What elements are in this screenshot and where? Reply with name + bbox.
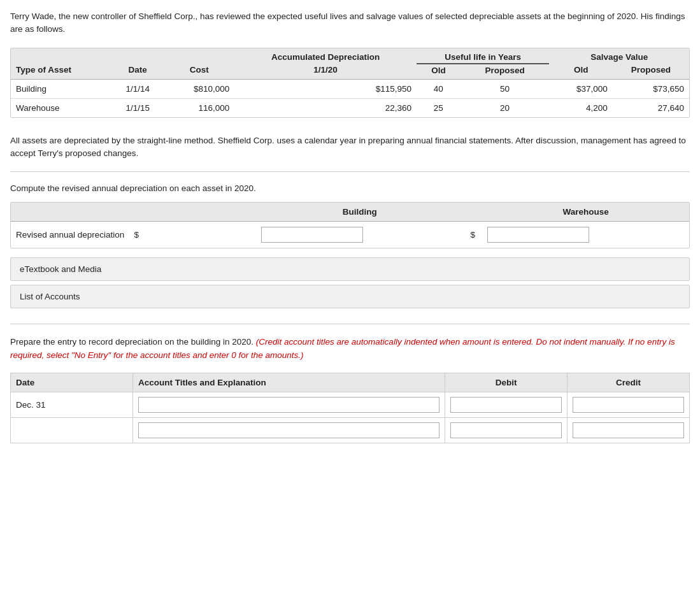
asset-cost: 116,000: [164, 98, 234, 117]
asset-table-wrapper: Accumulated Depreciation Useful life in …: [10, 48, 690, 118]
journal-account-cell: [132, 417, 445, 443]
acquired-subheader: Date: [111, 64, 164, 80]
compute-warehouse-dollar: $: [463, 222, 482, 248]
asset-cost: $810,000: [164, 79, 234, 98]
journal-account-header: Account Titles and Explanation: [132, 373, 445, 392]
compute-building-cell: [256, 222, 463, 248]
asset-table: Accumulated Depreciation Useful life in …: [11, 48, 689, 117]
journal-debit-cell: [445, 392, 568, 417]
asset-acc-dep: $115,950: [234, 79, 417, 98]
asset-sv-old: $37,000: [549, 79, 612, 98]
journal-credit-input-1[interactable]: [573, 422, 684, 438]
journal-debit-header: Debit: [445, 373, 568, 392]
asset-ul-old: 25: [417, 98, 461, 117]
cost-subheader: Cost: [164, 64, 234, 80]
journal-row: Dec. 31: [11, 392, 690, 417]
asset-sv-old: 4,200: [549, 98, 612, 117]
compute-label: Compute the revised annual depreciation …: [10, 183, 690, 193]
asset-ul-proposed: 50: [461, 79, 550, 98]
journal-credit-cell: [568, 417, 690, 443]
journal-account-input-1[interactable]: [138, 422, 439, 438]
compute-row-label: Revised annual depreciation $: [11, 222, 256, 248]
compute-table: Building Warehouse Revised annual deprec…: [11, 203, 689, 248]
journal-date-header: Date: [11, 373, 133, 392]
proposed-ul-subheader: Proposed: [461, 64, 550, 80]
old-ul-subheader: Old: [417, 64, 461, 80]
journal-account-cell: [132, 392, 445, 417]
asset-acc-dep: 22,360: [234, 98, 417, 117]
journal-credit-cell: [568, 392, 690, 417]
compute-warehouse-input[interactable]: [487, 227, 589, 243]
etextbook-button[interactable]: eTextbook and Media: [10, 257, 690, 281]
compute-empty-th: [11, 203, 256, 222]
asset-table-row: Building 1/1/14 $810,000 $115,950 40 50 …: [11, 79, 689, 98]
asset-type: Building: [11, 79, 111, 98]
asset-table-row: Warehouse 1/1/15 116,000 22,360 25 20 4,…: [11, 98, 689, 117]
asset-ul-proposed: 20: [461, 98, 550, 117]
compute-warehouse-cell: [482, 222, 689, 248]
compute-dollar-th: [463, 203, 482, 222]
journal-date-cell: Dec. 31: [11, 392, 133, 417]
compute-warehouse-header: Warehouse: [482, 203, 689, 222]
asset-sv-proposed: 27,640: [613, 98, 689, 117]
useful-life-header: Useful life in Years: [417, 48, 549, 64]
prepare-text: Prepare the entry to record depreciation…: [10, 336, 690, 362]
compute-table-wrapper: Building Warehouse Revised annual deprec…: [10, 202, 690, 248]
journal-date-cell: [11, 417, 133, 443]
journal-debit-input-1[interactable]: [450, 422, 562, 438]
compute-building-input[interactable]: [261, 227, 363, 243]
type-of-asset-subheader: Type of Asset: [11, 64, 111, 80]
intro-text: Terry Wade, the new controller of Sheffi…: [10, 10, 690, 36]
asset-sv-proposed: $73,650: [613, 79, 689, 98]
journal-account-input-0[interactable]: [138, 397, 439, 413]
acc-dep-date-subheader: 1/1/20: [234, 64, 417, 80]
list-accounts-button[interactable]: List of Accounts: [10, 285, 690, 308]
compute-dollar-prefix: $: [134, 230, 139, 240]
asset-type: Warehouse: [11, 98, 111, 117]
asset-acquired: 1/1/15: [111, 98, 164, 117]
spacer-th: [11, 48, 234, 64]
accumulated-depreciation-header: Accumulated Depreciation: [234, 48, 417, 64]
journal-debit-input-0[interactable]: [450, 397, 562, 413]
salvage-value-header: Salvage Value: [549, 48, 689, 64]
compute-building-header: Building: [256, 203, 463, 222]
proposed-sv-subheader: Proposed: [613, 64, 689, 80]
journal-credit-input-0[interactable]: [573, 397, 684, 413]
compute-row: Revised annual depreciation $ $: [11, 222, 689, 248]
old-sv-subheader: Old: [549, 64, 612, 80]
journal-debit-cell: [445, 417, 568, 443]
asset-ul-old: 40: [417, 79, 461, 98]
section-divider-2: [10, 324, 690, 324]
bottom-note: All assets are depreciated by the straig…: [10, 129, 690, 161]
journal-row: [11, 417, 690, 443]
prepare-section: Prepare the entry to record depreciation…: [10, 336, 690, 443]
prepare-text-normal: Prepare the entry to record depreciation…: [10, 337, 254, 347]
compute-section: Compute the revised annual depreciation …: [10, 183, 690, 312]
asset-acquired: 1/1/14: [111, 79, 164, 98]
journal-table: Date Account Titles and Explanation Debi…: [10, 373, 690, 443]
journal-credit-header: Credit: [568, 373, 690, 392]
section-divider-1: [10, 171, 690, 172]
